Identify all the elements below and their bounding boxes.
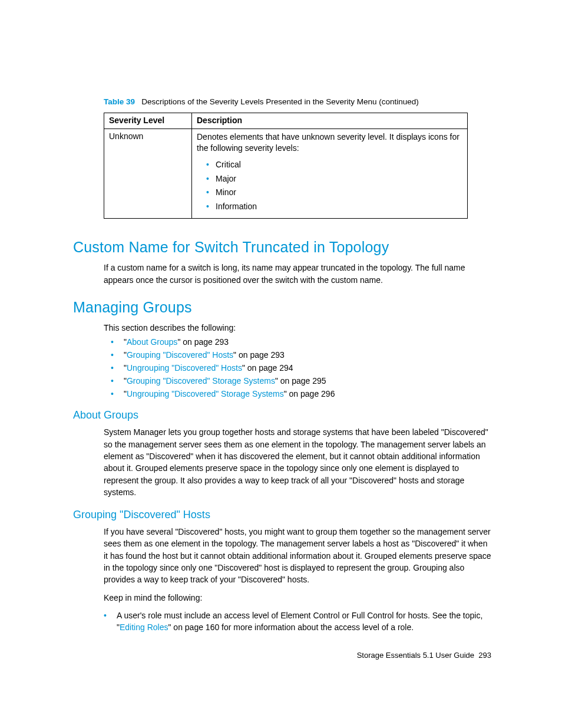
severity-item-major: Major	[206, 173, 462, 185]
fact-item-1: A user's role must include an access lev…	[104, 610, 491, 634]
footer-title: Storage Essentials 5.1 User Guide	[357, 651, 474, 660]
link-grouping-hosts[interactable]: Grouping "Discovered" Hosts	[127, 350, 233, 360]
col-header-severity: Severity Level	[104, 113, 192, 129]
subheading-about-groups: About Groups	[73, 409, 491, 421]
link-grouping-storage[interactable]: Grouping "Discovered" Storage Systems	[127, 376, 275, 386]
cell-description: Denotes elements that have unknown sever…	[192, 129, 468, 219]
link-about-groups[interactable]: About Groups	[127, 337, 177, 347]
para-managing-intro: This section describes the following:	[104, 322, 491, 334]
para-about-groups: System Manager lets you group together h…	[104, 426, 491, 498]
toc-item-grouping-hosts: "Grouping "Discovered" Hosts" on page 29…	[111, 350, 491, 360]
para-grouping-hosts-2: Keep in mind the following:	[104, 592, 491, 604]
facts-list: A user's role must include an access lev…	[104, 610, 491, 634]
toc-list: "About Groups" on page 293 "Grouping "Di…	[111, 337, 491, 398]
desc-intro-text: Denotes elements that have unknown sever…	[197, 132, 459, 153]
link-editing-roles[interactable]: Editing Roles	[120, 622, 168, 632]
table-caption: Table 39 Descriptions of the Severity Le…	[104, 97, 491, 108]
severity-table: Severity Level Description Unknown Denot…	[104, 113, 468, 219]
severity-item-critical: Critical	[206, 159, 462, 171]
footer-page: 293	[478, 651, 491, 660]
toc-item-ungrouping-hosts: "Ungrouping "Discovered" Hosts" on page …	[111, 363, 491, 373]
link-ungrouping-storage[interactable]: Ungrouping "Discovered" Storage Systems	[127, 389, 284, 398]
severity-inner-list: Critical Major Minor Information	[206, 159, 462, 212]
heading-managing-groups: Managing Groups	[73, 299, 491, 316]
subheading-grouping-hosts: Grouping "Discovered" Hosts	[73, 509, 491, 521]
severity-item-information: Information	[206, 201, 462, 213]
link-ungrouping-hosts[interactable]: Ungrouping "Discovered" Hosts	[127, 363, 242, 373]
toc-item-grouping-storage: "Grouping "Discovered" Storage Systems" …	[111, 376, 491, 386]
col-header-description: Description	[192, 113, 468, 129]
table-label: Table 39	[104, 97, 135, 106]
cell-severity-level: Unknown	[104, 129, 192, 219]
para-grouping-hosts-1: If you have several "Discovered" hosts, …	[104, 526, 491, 585]
table-caption-text: Descriptions of the Severity Levels Pres…	[141, 97, 419, 106]
para-custom-name: If a custom name for a switch is long, i…	[104, 262, 491, 286]
toc-item-ungrouping-storage: "Ungrouping "Discovered" Storage Systems…	[111, 389, 491, 398]
severity-item-minor: Minor	[206, 187, 462, 199]
toc-item-about-groups: "About Groups" on page 293	[111, 337, 491, 347]
fact1-post: " on page 160 for more information about…	[168, 622, 414, 632]
heading-custom-name: Custom Name for Switch Truncated in Topo…	[73, 239, 491, 256]
page-footer: Storage Essentials 5.1 User Guide 293	[357, 651, 491, 660]
